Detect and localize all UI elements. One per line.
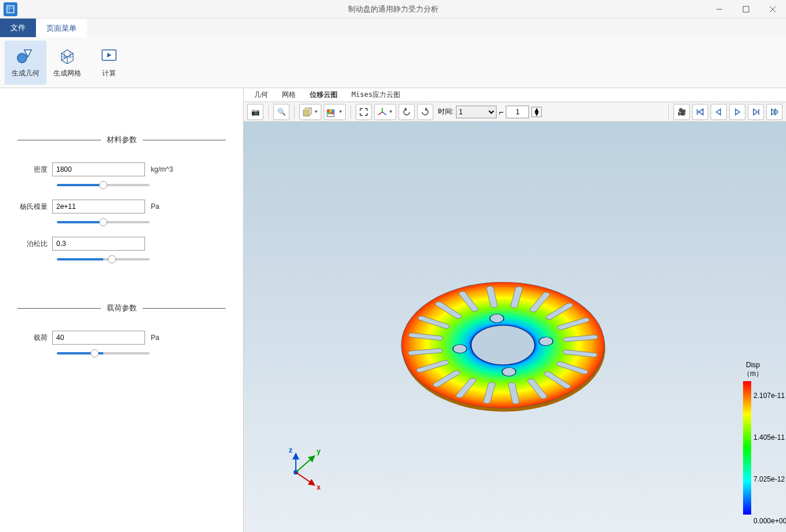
menubar: 文件 页面菜单 [0, 19, 786, 37]
angle-icon: ⌐ [499, 107, 504, 117]
skip-end-button[interactable] [766, 104, 783, 120]
svg-line-43 [296, 456, 314, 472]
rotate-cw-icon [421, 107, 430, 117]
load-slider[interactable] [57, 352, 150, 354]
canvas-3d-view[interactable]: y x z Disp （m） 2.107e-11 1.405e-11 [244, 122, 786, 532]
step-forward-button[interactable] [748, 104, 764, 120]
svg-rect-13 [329, 112, 332, 114]
youngs-label: 杨氏模量 [17, 202, 52, 212]
axis-orient-button[interactable]: ▼ [374, 104, 396, 120]
step-back-button[interactable] [711, 104, 727, 120]
svg-line-45 [296, 472, 314, 485]
page-menu-tab[interactable]: 页面菜单 [36, 19, 87, 37]
svg-rect-14 [332, 112, 334, 114]
svg-rect-10 [329, 110, 332, 112]
viewer-toolbar: 📷 🔍 ▼ ▼ ▼ 时间: 1 ⌐ ▲▼ 🎥 [244, 102, 786, 122]
svg-text:y: y [317, 447, 321, 455]
density-unit: kg/m^3 [145, 165, 173, 173]
youngs-slider[interactable] [57, 221, 150, 223]
svg-rect-9 [327, 110, 329, 112]
tab-geometry[interactable]: 几何 [251, 89, 271, 101]
poisson-slider[interactable] [57, 258, 150, 260]
density-label: 密度 [17, 165, 52, 175]
viewer: 几何 网格 位移云图 Mises应力云图 📷 🔍 ▼ ▼ ▼ 时间: 1 ⌐ ▲… [244, 88, 786, 532]
poisson-input[interactable] [52, 237, 145, 251]
cube-select-icon [302, 107, 313, 117]
window-title: 制动盘的通用静力受力分析 [348, 4, 439, 15]
maximize-button[interactable] [733, 0, 759, 19]
svg-rect-2 [743, 6, 749, 12]
frame-input[interactable] [506, 106, 529, 118]
compute-button[interactable]: 计算 [88, 41, 130, 85]
load-unit: Pa [145, 334, 160, 342]
density-slider[interactable] [57, 184, 150, 186]
material-section-header: 材料参数 [17, 135, 226, 145]
rubik-icon [327, 107, 337, 117]
legend-title-1: Disp [743, 361, 763, 370]
close-button[interactable] [759, 0, 786, 19]
svg-rect-7 [303, 110, 309, 116]
compute-icon [100, 46, 118, 65]
youngs-unit: Pa [145, 202, 160, 211]
viewer-tabs: 几何 网格 位移云图 Mises应力云图 [244, 88, 786, 102]
magnifier-icon: 🔍 [277, 108, 286, 116]
legend-tick-min: 0.000e+00 [754, 517, 786, 525]
app-icon [3, 2, 17, 16]
stepper-icon: ▲▼ [531, 107, 542, 117]
skip-start-button[interactable] [692, 104, 708, 120]
record-button[interactable]: 🎥 [673, 104, 690, 120]
rotate-ccw-icon [402, 107, 411, 117]
legend-tick-1: 1.405e-11 [754, 433, 786, 441]
legend-tick-2: 7.025e-12 [754, 475, 786, 483]
rotate-ccw-button[interactable] [399, 104, 415, 120]
svg-rect-11 [332, 110, 334, 112]
legend-title-2: （m） [743, 370, 763, 379]
brake-disc-model [381, 252, 625, 439]
xyz-axis-icon [377, 107, 387, 117]
sidebar: 材料参数 密度 kg/m^3 杨氏模量 Pa 泊松比 载荷参数 载荷 Pa [0, 88, 244, 532]
snapshot-button[interactable]: 📷 [247, 104, 263, 120]
svg-rect-12 [327, 112, 329, 114]
video-icon: 🎥 [678, 108, 686, 116]
svg-point-5 [17, 53, 27, 63]
color-legend: Disp （m） 2.107e-11 1.405e-11 7.025e-12 0… [743, 361, 763, 515]
time-label: 时间: [438, 107, 454, 117]
play-button[interactable] [729, 104, 745, 120]
svg-rect-0 [7, 6, 14, 13]
generate-mesh-button[interactable]: 生成网格 [46, 41, 88, 85]
play-icon [733, 108, 741, 116]
legend-tick-max: 2.107e-11 [754, 392, 786, 400]
step-back-icon [715, 108, 723, 116]
camera-icon: 📷 [251, 108, 260, 116]
axis-triad: y x z [278, 443, 331, 497]
arrows-out-icon [359, 107, 368, 117]
tab-mesh[interactable]: 网格 [278, 89, 299, 101]
svg-text:z: z [289, 446, 292, 454]
minimize-button[interactable] [706, 0, 733, 19]
zoom-reset-button[interactable]: 🔍 [273, 104, 289, 120]
selection-mode-button[interactable]: ▼ [299, 104, 321, 120]
load-label: 载荷 [17, 333, 52, 343]
step-forward-icon [752, 108, 760, 116]
rotate-cw-button[interactable] [417, 104, 433, 120]
svg-text:x: x [317, 483, 321, 491]
load-input[interactable] [52, 331, 145, 345]
load-section-header: 载荷参数 [17, 303, 226, 313]
poisson-label: 泊松比 [17, 239, 52, 249]
tab-displacement[interactable]: 位移云图 [306, 89, 341, 101]
file-tab[interactable]: 文件 [0, 19, 36, 37]
youngs-input[interactable] [52, 200, 145, 213]
time-selector: 时间: 1 ⌐ ▲▼ [438, 106, 542, 118]
skip-start-icon [696, 108, 704, 116]
titlebar: 制动盘的通用静力受力分析 [0, 0, 786, 19]
density-input[interactable] [52, 162, 145, 176]
generate-geometry-button[interactable]: 生成几何 [5, 41, 46, 85]
zoom-extents-button[interactable] [356, 104, 372, 120]
skip-end-icon [770, 108, 778, 116]
tab-mises[interactable]: Mises应力云图 [348, 89, 404, 101]
mesh-icon [58, 46, 77, 65]
time-dropdown[interactable]: 1 [456, 106, 497, 118]
render-mode-button[interactable]: ▼ [324, 104, 346, 120]
ribbon: 生成几何 生成网格 计算 [0, 37, 786, 88]
geometry-icon [16, 46, 35, 65]
